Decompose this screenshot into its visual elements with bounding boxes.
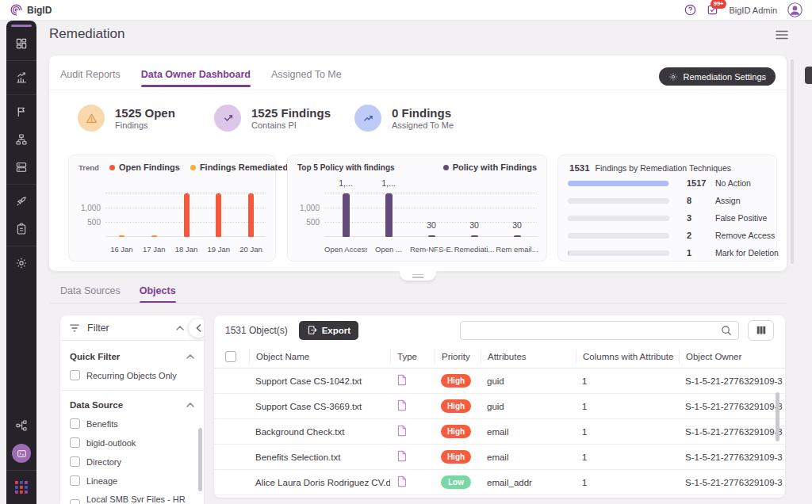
y-tick: 1,000 — [291, 204, 320, 212]
sidebar-item-inbox[interactable] — [6, 158, 36, 176]
sidebar-item-settings[interactable] — [6, 254, 36, 272]
tabs-divider — [49, 303, 787, 304]
filter-header: Filter — [60, 315, 204, 341]
tab-objects[interactable]: Objects — [140, 285, 176, 304]
column-header-object-name[interactable]: Object Name — [249, 349, 390, 364]
warning-triangle-icon — [78, 105, 105, 132]
sidebar-item-apps[interactable] — [6, 479, 36, 496]
export-label: Export — [322, 326, 350, 335]
sidebar-item-network[interactable] — [6, 417, 36, 434]
dashboard-collapse-handle[interactable] — [400, 271, 436, 281]
user-avatar[interactable] — [787, 2, 802, 17]
bar-rem-email — [514, 235, 521, 238]
technique-bar — [568, 250, 669, 256]
x-tick: Remediati... — [453, 245, 496, 254]
sidebar-item-dashboard[interactable] — [6, 35, 36, 52]
notifications-button[interactable]: 99+ — [707, 4, 718, 16]
file-icon — [396, 475, 407, 487]
table-row[interactable]: Alice Laura Doris Rodriguez CV.docxLowem… — [214, 470, 785, 495]
bar-rem-nfs-e — [428, 235, 435, 238]
content-menu-button[interactable] — [776, 30, 788, 40]
file-icon — [396, 450, 407, 462]
file-icon — [396, 425, 407, 437]
brand[interactable]: BigID — [10, 3, 52, 17]
filter-collapse-button[interactable] — [189, 319, 204, 338]
filter-option-directory[interactable]: Directory — [70, 456, 194, 467]
sidebar-item-analytics[interactable] — [6, 69, 36, 86]
checkbox[interactable] — [70, 499, 80, 504]
filter-section-quick-filter[interactable]: Quick Filter — [70, 352, 194, 361]
table-toolbar: 1531 Object(s) Export — [214, 315, 785, 345]
sidebar-group — [6, 470, 36, 504]
attributes-cell: guid — [481, 402, 576, 411]
sidebar-item-hierarchy[interactable] — [6, 131, 36, 148]
select-all-checkbox[interactable] — [225, 351, 236, 362]
sidebar-item-clipboard[interactable] — [6, 220, 36, 238]
technique-label: False Positive — [715, 213, 767, 223]
bar-18-jan — [184, 193, 190, 237]
tab-assigned-to-me[interactable]: Assigned To Me — [271, 69, 342, 87]
filter-option-bigid-outlook[interactable]: bigid-outlook — [70, 437, 194, 448]
table-header: Object NameTypePriorityAttributesColumns… — [214, 345, 785, 368]
file-icon — [396, 399, 407, 411]
filter-option-benefits[interactable]: Benefits — [70, 418, 194, 429]
table-scrollbar[interactable] — [776, 392, 779, 441]
filter-icon — [69, 323, 80, 333]
column-header-columns-with-attribute[interactable]: Columns with Attribute — [576, 349, 679, 364]
legend-item-findings-remediated: Findings Remediated — [190, 162, 288, 172]
table-row[interactable]: Support Case CS-3669.txtHighguid1S-1-5-2… — [214, 394, 785, 419]
checkbox[interactable] — [70, 437, 80, 448]
table-row[interactable]: Benefits Selection.txtHighemail1S-1-5-21… — [214, 445, 785, 470]
sidebar-item-discovery[interactable] — [6, 193, 36, 210]
header-checkbox-cell — [214, 349, 249, 364]
export-button[interactable]: Export — [299, 321, 358, 340]
search-icon[interactable] — [721, 325, 732, 336]
gridline — [324, 208, 537, 208]
app-root: BigID 99+ BigID Admin Remediation Audit … — [0, 0, 812, 504]
user-name: BigID Admin — [729, 6, 777, 15]
column-header-attributes[interactable]: Attributes — [481, 349, 576, 364]
search-input[interactable] — [467, 326, 721, 335]
tab-data-owner-dashboard[interactable]: Data Owner Dashboard — [141, 69, 251, 87]
table-row[interactable]: Background Check.txtHighemail1S-1-5-21-2… — [214, 419, 785, 445]
remediation-settings-button[interactable]: Remediation Settings — [659, 67, 776, 86]
table-row[interactable]: Support Case CS-1042.txtHighguid1S-1-5-2… — [214, 368, 785, 394]
checkbox[interactable] — [70, 370, 80, 380]
page-scrollbar[interactable] — [791, 59, 794, 264]
object-owner-cell: S-1-5-21-2776329109-3 — [679, 376, 785, 386]
stat-label: Contains PI — [251, 120, 331, 130]
filter-option-label: Benefits — [86, 419, 118, 429]
x-tick: Rem email... — [496, 245, 538, 254]
filter-option-local-smb-svr-files-hr-m[interactable]: Local SMB Svr Files - HR M — [70, 494, 194, 504]
filter-section-data-source[interactable]: Data Source — [70, 400, 194, 410]
sidebar — [6, 21, 36, 504]
column-header-priority[interactable]: Priority — [435, 349, 481, 364]
page-title: Remediation — [49, 26, 124, 42]
priority-cell: High — [435, 399, 481, 413]
filter-title: Filter — [87, 323, 109, 334]
checkbox[interactable] — [70, 456, 80, 467]
filter-scrollbar[interactable] — [198, 428, 202, 491]
tab-audit-reports[interactable]: Audit Reports — [60, 69, 121, 87]
help-button[interactable] — [684, 4, 696, 16]
checkbox[interactable] — [70, 475, 80, 486]
column-header-type[interactable]: Type — [390, 349, 435, 364]
x-tick: 20 Jan — [235, 245, 267, 254]
trend-up-icon — [354, 105, 381, 132]
column-header-object-owner[interactable]: Object Owner — [679, 349, 785, 364]
chevron-up-icon[interactable] — [176, 326, 184, 330]
attributes-cell: email_addr — [481, 478, 576, 487]
checkbox[interactable] — [70, 418, 80, 429]
columns-with-attribute-cell: 1 — [576, 427, 679, 437]
filter-option-lineage[interactable]: Lineage — [70, 475, 194, 486]
sidebar-item-terminal[interactable] — [6, 445, 36, 462]
settings-icon — [15, 257, 28, 269]
filter-option-recurring-objects-only[interactable]: Recurring Objects Only — [70, 370, 194, 380]
inbox-icon — [15, 161, 28, 174]
attributes-cell: email — [481, 427, 576, 437]
technique-row-remove-access: 2Remove Access — [558, 227, 776, 244]
sidebar-item-flag[interactable] — [6, 103, 36, 120]
tab-data-sources[interactable]: Data Sources — [60, 285, 121, 304]
technique-value: 1 — [687, 248, 715, 258]
column-settings-button[interactable] — [748, 320, 774, 341]
